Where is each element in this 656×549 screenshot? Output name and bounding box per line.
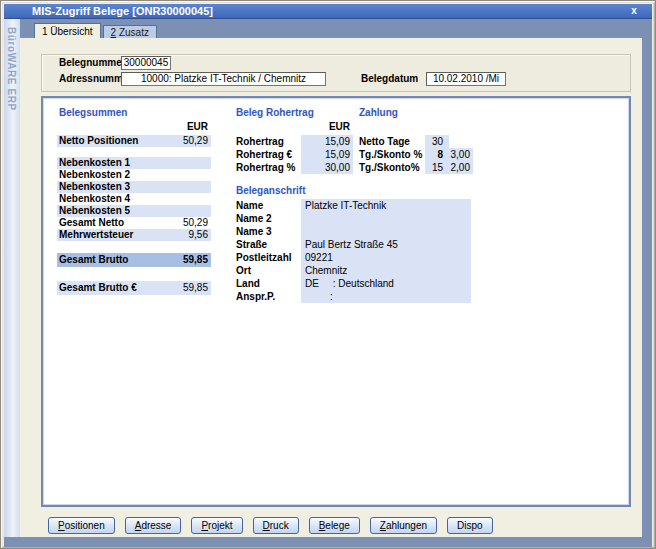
table-row: Name 3	[236, 225, 471, 238]
tab-zusatz-label: Zusatz	[116, 27, 149, 38]
tab-uebersicht-label: 1 Übersicht	[42, 26, 93, 37]
table-row: StraßePaul Bertz Straße 45	[236, 238, 471, 251]
window-title: MIS-Zugriff Belege [ONR30000045]	[32, 5, 213, 17]
brand-logo-text: BüroWARE ERP	[6, 27, 17, 111]
table-row: Nebenkosten 2	[57, 169, 211, 181]
table-row: Rohertrag15,09	[236, 135, 353, 148]
tab-bar: 1 Übersicht 2 Zusatz	[34, 23, 157, 38]
gesamt-brutto-eur-row: Gesamt Brutto €59,85	[57, 281, 211, 295]
tab-zusatz[interactable]: 2 Zusatz	[103, 25, 157, 38]
projekt-button[interactable]: Projekt	[191, 517, 242, 534]
table-row: Tg./Skonto %83,00	[359, 148, 473, 161]
table-row: Nebenkosten 1	[57, 157, 211, 169]
positionen-button[interactable]: Positionen	[48, 517, 115, 534]
adressnummer-field[interactable]: 10000: Platzke IT-Technik / Chemnitz	[121, 72, 326, 86]
gesamt-brutto-row: Gesamt Brutto59,85	[57, 253, 211, 267]
table-row: Postleitzahl09221	[236, 251, 471, 264]
table-row: Netto Positionen50,29	[57, 135, 211, 147]
tab-uebersicht[interactable]: 1 Übersicht	[34, 23, 101, 38]
belegdatum-label: Belegdatum	[361, 73, 418, 84]
table-row: Nebenkosten 4	[57, 193, 211, 205]
title-bar[interactable]: MIS-Zugriff Belege [ONR30000045] x	[4, 4, 652, 19]
status-band	[4, 537, 652, 547]
druck-button[interactable]: Druck	[253, 517, 299, 534]
table-row: NamePlatzke IT-Technik	[236, 199, 471, 212]
table-row: LandDE : Deutschland	[236, 277, 471, 290]
belegsummen-currency-header: EUR	[187, 121, 208, 132]
adresse-button[interactable]: Adresse	[125, 517, 182, 534]
belegnummer-field[interactable]: 30000045	[121, 56, 171, 70]
belegsummen-title: Belegsummen	[59, 107, 127, 118]
table-row: Mehrwertsteuer9,56	[57, 229, 211, 241]
close-icon[interactable]: x	[627, 4, 641, 18]
zahlungen-button[interactable]: Zahlungen	[370, 517, 437, 534]
dispo-button[interactable]: Dispo	[447, 517, 493, 534]
application-window: MIS-Zugriff Belege [ONR30000045] x BüroW…	[0, 0, 656, 549]
table-row: OrtChemnitz	[236, 264, 471, 277]
table-row: Tg./Skonto%152,00	[359, 161, 473, 174]
rohertrag-title: Beleg Rohertrag	[236, 107, 314, 118]
table-row: Nebenkosten 5	[57, 205, 211, 217]
belegdatum-field[interactable]: 10.02.2010 /Mi	[426, 72, 506, 86]
table-row: Gesamt Netto50,29	[57, 217, 211, 229]
table-row: Netto Tage30	[359, 135, 473, 148]
right-band	[642, 19, 652, 547]
rohertrag-currency-header: EUR	[329, 121, 350, 132]
table-row: Nebenkosten 3	[57, 181, 211, 193]
table-row: Anspr.P. :	[236, 290, 471, 303]
table-row: Rohertrag €15,09	[236, 148, 353, 161]
action-button-bar: Positionen Adresse Projekt Druck Belege …	[48, 517, 493, 534]
table-row: Name 2	[236, 212, 471, 225]
belegnummer-label: Belegnummer	[59, 57, 126, 68]
zahlung-title: Zahlung	[359, 107, 398, 118]
beleganschrift-title: Beleganschrift	[236, 185, 305, 196]
table-row: Rohertrag %30,00	[236, 161, 353, 174]
belege-button[interactable]: Belege	[309, 517, 360, 534]
